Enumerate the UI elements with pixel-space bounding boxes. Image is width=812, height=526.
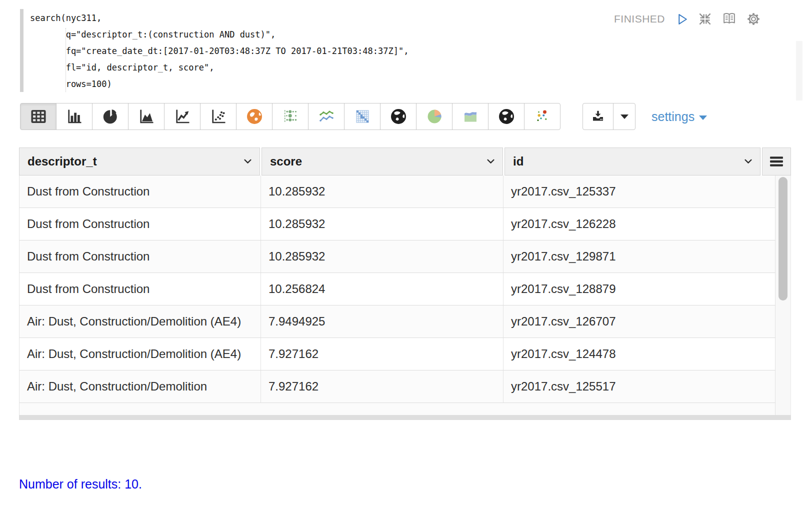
line-chart-icon [174,108,192,126]
result-table: descriptor_t score id Dust from Construc… [19,148,791,420]
area-chart-icon [138,108,156,126]
show-editor-button[interactable] [721,12,738,26]
viz-button-pie-chart[interactable] [92,103,128,130]
viz-button-heatmap[interactable] [344,103,380,130]
table-cell: 7.927162 [261,338,504,370]
table-row: Dust from Construction10.285932yr2017.cs… [20,240,776,273]
table-row-clipped [20,403,776,415]
gear-icon [748,13,760,25]
table-cell: Dust from Construction [20,176,261,208]
stream-area-chart-icon [462,108,480,126]
run-paragraph-button[interactable] [676,12,689,26]
viz-button-bubble-matrix[interactable] [272,103,308,130]
download-options-button[interactable] [613,103,636,130]
table-cell: yr2017.csv_129871 [504,240,776,272]
chevron-down-icon[interactable] [245,160,251,163]
table-cell: 7.9494925 [261,306,504,338]
caret-down-icon [620,114,628,119]
table-header-row: descriptor_t score id [19,148,791,176]
table-cell: yr2017.csv_126707 [504,306,776,338]
column-header-descriptor_t[interactable]: descriptor_t [19,148,260,176]
table-row: Dust from Construction10.285932yr2017.cs… [20,176,776,208]
table-cell: yr2017.csv_128879 [504,273,776,305]
paragraph-settings-button[interactable] [746,12,761,26]
viz-button-stream-area-chart[interactable] [452,103,488,130]
viz-button-scatter-colored[interactable] [524,103,560,130]
table-cell: Air: Dust, Construction/Demolition (AE4) [20,338,261,370]
horizontal-scrollbar-track[interactable] [19,415,791,420]
hamburger-icon [770,156,783,166]
pie-chart-icon [102,108,120,126]
table-row: Dust from Construction10.256824yr2017.cs… [20,273,776,306]
table-cell: Air: Dust, Construction/Demolition [20,370,261,402]
viz-button-line-chart[interactable] [164,103,200,130]
code-text[interactable]: search(nyc311, q="descriptor_t:(construc… [30,10,408,92]
column-header-label: score [270,154,302,168]
settings-caret-icon [699,116,707,120]
column-header-label: id [513,154,524,168]
book-icon [724,14,734,23]
table-cell: Dust from Construction [20,208,261,240]
table-cell: yr2017.csv_125337 [504,176,776,208]
table-cell: yr2017.csv_125517 [504,370,776,402]
vertical-scrollbar-thumb[interactable] [778,177,788,300]
viz-button-globe-map-2[interactable] [488,103,524,130]
viz-button-scatter-chart[interactable] [200,103,236,130]
table-cell: 10.256824 [261,273,504,305]
viz-button-table[interactable] [20,103,56,130]
viz-button-globe-map[interactable] [380,103,416,130]
table-body: Dust from Construction10.285932yr2017.cs… [19,176,791,415]
globe-map-2-icon [498,108,516,126]
vertical-scrollbar-track[interactable] [776,176,791,415]
table-row: Dust from Construction10.285932yr2017.cs… [20,208,776,240]
table-icon [30,108,48,126]
settings-toggle[interactable]: settings [652,103,707,130]
column-header-id[interactable]: id [504,148,760,176]
bar-chart-icon [66,108,84,126]
table-cell: Dust from Construction [20,240,261,272]
table-menu-button[interactable] [762,148,791,176]
table-cell: yr2017.csv_126228 [504,208,776,240]
leaflet-map-icon [246,108,264,126]
status-badge: FINISHED [614,13,665,25]
results-count-text: Number of results: 10. [19,477,142,492]
pie-chart-colored-icon [426,108,444,126]
download-icon [593,111,603,121]
column-header-score[interactable]: score [262,148,503,176]
globe-map-icon [390,108,408,126]
scatter-chart-icon [210,108,228,126]
collapse-editor-button[interactable] [698,12,712,26]
table-cell: 7.927162 [261,370,504,402]
viz-button-pie-chart-colored[interactable] [416,103,452,130]
download-button[interactable] [582,103,614,130]
table-cell: Air: Dust, Construction/Demolition (AE4) [20,306,261,338]
play-icon [679,14,686,24]
table-row: Air: Dust, Construction/Demolition (AE4)… [20,338,776,370]
scatter-colored-icon [534,108,552,126]
settings-label: settings [652,110,694,124]
editor-scrollbar[interactable] [796,41,802,100]
editor-gutter [20,9,24,92]
viz-button-area-chart[interactable] [128,103,164,130]
bubble-matrix-icon [282,108,300,126]
viz-button-leaflet-map[interactable] [236,103,272,130]
multi-line-chart-icon [318,108,336,126]
column-header-label: descriptor_t [28,154,97,168]
table-cell: Dust from Construction [20,273,261,305]
table-cell: 10.285932 [261,176,504,208]
table-cell: yr2017.csv_124478 [504,338,776,370]
visualization-toolbar: settings [20,103,707,130]
viz-button-multi-line-chart[interactable] [308,103,344,130]
chevron-down-icon[interactable] [746,160,752,163]
viz-button-bar-chart[interactable] [56,103,92,130]
paragraph-status-bar: FINISHED [614,11,761,27]
table-cell: 10.285932 [261,240,504,272]
viz-button-group [20,103,560,130]
chevron-down-icon[interactable] [488,160,494,163]
table-row: Air: Dust, Construction/Demolition (AE4)… [20,306,776,338]
table-cell: 10.285932 [261,208,504,240]
heatmap-icon [354,108,372,126]
compress-icon [700,14,710,24]
download-button-group [582,103,636,130]
table-row: Air: Dust, Construction/Demolition7.9271… [20,370,776,403]
